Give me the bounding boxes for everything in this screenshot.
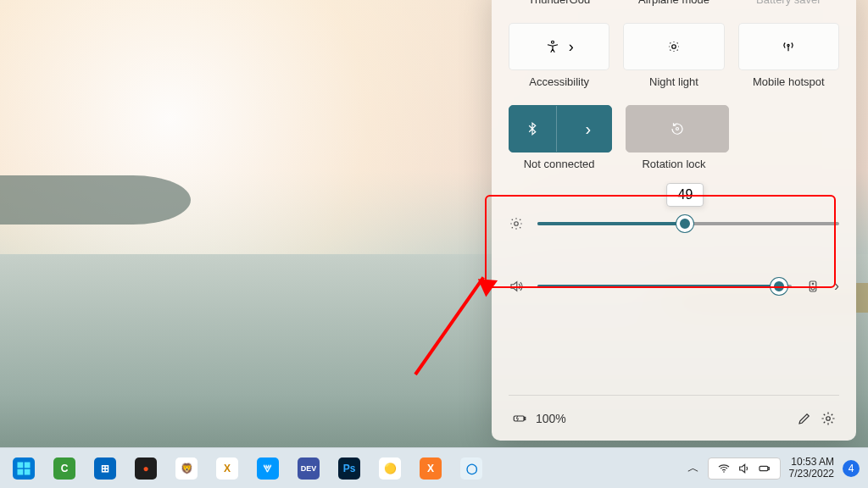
svg-point-1 [672,45,676,49]
bluetooth-expand[interactable]: › [565,106,612,152]
svg-rect-16 [760,466,768,470]
battery-icon [512,411,527,426]
taskbar-app-xampp[interactable]: X [414,452,448,485]
bluetooth-icon [525,121,540,136]
tile-label-accessibility: Accessibility [509,75,609,88]
mobile-hotspot-tile[interactable] [738,23,839,70]
brightness-slider[interactable]: 49 [537,222,839,225]
svg-rect-9 [524,417,526,419]
svg-rect-14 [25,469,31,474]
wifi-icon [717,462,731,475]
battery-percent: 100% [536,412,566,425]
volume-tray-icon [737,462,751,475]
svg-rect-12 [25,462,31,468]
taskbar-app-vscode[interactable]: ⩔ [251,452,285,485]
clock-date: 7/23/2022 [789,469,834,480]
tile-label-bluetooth: Not connected [509,158,609,170]
brightness-low-icon [666,39,682,54]
svg-point-7 [812,283,814,285]
rotation-lock-tile[interactable] [626,105,729,152]
svg-rect-8 [514,416,524,421]
gear-icon[interactable] [821,411,836,426]
tray-status-pill[interactable] [708,458,781,480]
taskbar-clock[interactable]: 10:53 AM 7/23/2022 [789,457,834,480]
tile-label-wifi: ThunderGod [509,0,609,6]
taskbar-app-chrome[interactable]: 🟡 [373,452,407,485]
taskbar: C⊞●🦁X⩔DEVPs🟡X◯ ︿ 10:53 AM 7/23/2022 4 [0,447,868,488]
chevron-right-icon [569,38,574,56]
svg-point-4 [515,222,519,226]
taskbar-app-msstore[interactable]: ⊞ [88,452,122,485]
taskbar-app-figma[interactable]: ● [129,452,163,485]
taskbar-app-devtool[interactable]: DEV [292,452,326,485]
rotation-lock-icon [670,121,685,136]
quick-settings-panel: ThunderGod Airplane mode Battery saver A… [492,0,856,441]
chevron-right-icon[interactable] [834,277,839,295]
tile-label-rotation: Rotation lock [623,158,724,170]
notification-badge[interactable]: 4 [843,460,860,477]
bluetooth-tile[interactable]: › [509,105,612,152]
svg-rect-13 [18,469,24,474]
panel-footer: 100% [509,395,839,441]
taskbar-app-photoshop[interactable]: Ps [332,452,366,485]
svg-point-6 [811,286,815,290]
tile-label-airplane: Airplane mode [623,0,724,6]
svg-point-3 [676,128,679,130]
volume-slider[interactable] [537,285,792,288]
svg-rect-17 [768,467,769,469]
wallpaper-land [0,175,191,225]
brightness-slider-block: 49 [509,213,839,235]
svg-point-10 [826,416,831,420]
system-tray: ︿ 10:53 AM 7/23/2022 4 [687,457,868,480]
audio-output-icon[interactable] [805,279,821,294]
clock-time: 10:53 AM [789,457,834,469]
svg-point-0 [551,41,554,43]
accessibility-tile[interactable] [509,23,609,70]
tile-label-night-light: Night light [623,75,724,88]
brightness-tooltip: 49 [667,183,704,207]
accessibility-icon [545,39,560,54]
taskbar-app-brave[interactable]: 🦁 [170,452,203,485]
bluetooth-toggle[interactable] [509,106,557,152]
chevron-right-icon: › [585,119,591,139]
hotspot-icon [781,39,796,54]
brightness-icon [509,216,524,231]
taskbar-app-start[interactable] [7,452,41,485]
battery-tray-icon [758,462,771,475]
volume-thumb[interactable] [771,278,787,295]
edit-icon[interactable] [797,411,812,426]
volume-icon [509,279,524,294]
tray-overflow-chevron[interactable]: ︿ [687,461,699,476]
svg-point-15 [723,471,725,473]
svg-point-2 [787,44,789,46]
tile-label-hotspot: Mobile hotspot [738,75,839,88]
taskbar-app-camtasia[interactable]: C [47,452,81,485]
tile-label-battery-saver: Battery saver [738,0,839,6]
taskbar-app-mobaxterm[interactable]: X [210,452,244,485]
taskbar-apps: C⊞●🦁X⩔DEVPs🟡X◯ [0,452,488,485]
svg-rect-11 [18,462,24,468]
taskbar-app-cortana[interactable]: ◯ [454,452,488,485]
night-light-tile[interactable] [623,23,724,70]
brightness-thumb[interactable]: 49 [676,215,693,232]
